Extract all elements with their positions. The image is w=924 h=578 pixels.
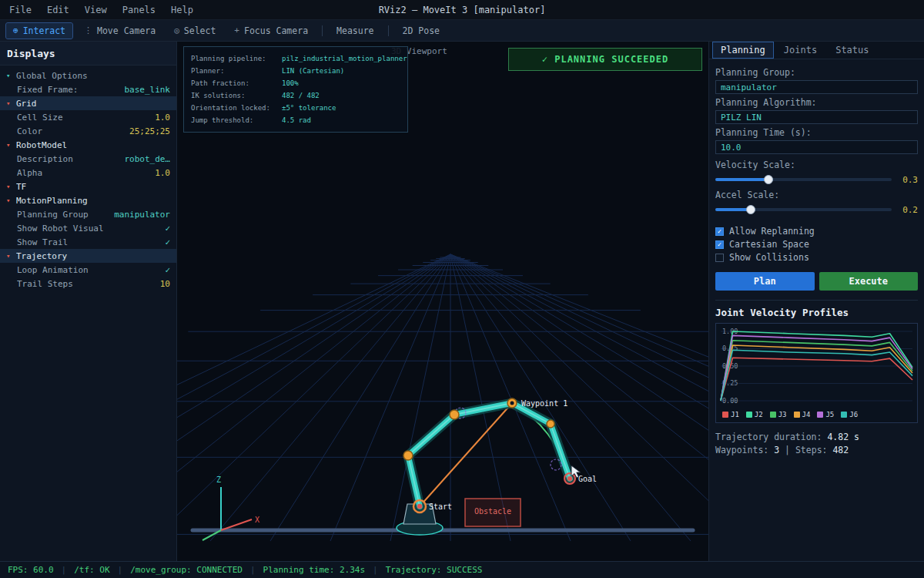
field-label: Planning Algorithm: <box>715 97 918 108</box>
display-row-alpha[interactable]: Alpha1.0 <box>0 166 176 180</box>
robot-arm[interactable] <box>408 403 570 506</box>
expand-arrow[interactable]: ▾ <box>6 197 16 204</box>
display-row-trajectory[interactable]: ▾Trajectory <box>0 249 176 263</box>
display-row-global-options[interactable]: ▾Global Options <box>0 69 176 82</box>
series-j1 <box>721 358 912 401</box>
display-row-trail-steps[interactable]: Trail Steps10 <box>0 277 176 291</box>
displays-panel-title: Displays <box>0 42 176 66</box>
slider-handle[interactable] <box>746 205 755 214</box>
slider-fill <box>715 178 768 181</box>
tool-select[interactable]: ◎Select <box>167 23 223 39</box>
toolbar-tools: ⊕Interact⋮Move Camera◎Select+Focus Camer… <box>6 23 447 39</box>
axis-z-label: Z <box>216 476 221 484</box>
execute-button[interactable]: Execute <box>819 272 919 291</box>
display-label: Color <box>17 126 125 136</box>
menu-help[interactable]: Help <box>171 5 193 15</box>
legend-label: J6 <box>849 411 858 418</box>
display-row-motionplanning[interactable]: ▾MotionPlanning <box>0 193 176 207</box>
checkbox-label: Cartesian Space <box>729 239 809 250</box>
checkbox-box[interactable]: ✓ <box>715 240 724 249</box>
display-row-cell-size[interactable]: Cell Size1.0 <box>0 110 176 124</box>
planning-time-s-input[interactable] <box>715 140 918 154</box>
checkbox-cartesian-space[interactable]: ✓Cartesian Space <box>715 238 918 250</box>
slider-track[interactable] <box>715 178 892 181</box>
viewport-3d[interactable]: Z X Obstacle <box>177 42 708 561</box>
plan-button[interactable]: Plan <box>715 272 815 291</box>
menu-edit[interactable]: Edit <box>47 5 69 15</box>
planning-panel: PlanningJointsStatus Planning Group:Plan… <box>708 42 924 561</box>
display-row-fixed-frame[interactable]: Fixed Frame:base_link <box>0 82 176 96</box>
legend-j1: J1 <box>722 411 739 418</box>
accel-scale-slider[interactable]: 0.2 <box>715 204 918 215</box>
info-label: Orientation locked: <box>191 102 282 114</box>
display-row-color[interactable]: Color25;25;25 <box>0 124 176 138</box>
field-label: Planning Group: <box>715 67 918 78</box>
tab-status[interactable]: Status <box>827 42 877 59</box>
display-label: RobotModel <box>16 140 170 150</box>
tool-focus-camera[interactable]: +Focus Camera <box>227 23 315 39</box>
legend-j4: J4 <box>794 411 811 418</box>
legend-label: J5 <box>825 411 834 418</box>
tab-planning[interactable]: Planning <box>712 42 774 59</box>
joint-2[interactable] <box>450 410 459 419</box>
display-label: Show Trail <box>17 237 160 247</box>
info-row: Orientation locked:±5° tolerance <box>191 102 400 114</box>
form-fields: Planning Group:Planning Algorithm:Planni… <box>715 64 918 156</box>
planning-algorithm-input[interactable] <box>715 110 918 124</box>
menu-view[interactable]: View <box>85 5 107 15</box>
display-value: base_link <box>119 85 170 95</box>
status-separator: | <box>373 565 378 575</box>
tool-interact[interactable]: ⊕Interact <box>6 23 72 39</box>
info-value: 482 / 482 <box>282 89 320 102</box>
display-row-description[interactable]: Descriptionrobot_de… <box>0 152 176 166</box>
display-row-grid[interactable]: ▾Grid <box>0 96 176 110</box>
expand-arrow[interactable]: ▾ <box>6 252 16 260</box>
display-row-tf[interactable]: ▾TF <box>0 180 176 193</box>
rviz-window: RViz2 — MoveIt 3 [manipulator] FileEditV… <box>0 0 924 578</box>
display-row-loop-animation[interactable]: Loop Animation✓ <box>0 263 176 277</box>
tool-label: Measure <box>336 25 373 36</box>
expand-arrow[interactable]: ▾ <box>6 72 16 79</box>
info-value: LIN (Cartesian) <box>282 65 344 77</box>
joint-1[interactable] <box>403 451 413 460</box>
axis-x-label: X <box>255 516 259 524</box>
info-value: 4.5 rad <box>282 114 311 126</box>
display-row-show-trail[interactable]: Show Trail✓ <box>0 235 176 249</box>
slider-handle[interactable] <box>764 175 773 184</box>
planning-group-input[interactable] <box>715 80 918 94</box>
velocity-scale-slider[interactable]: 0.3 <box>715 174 918 185</box>
checkbox-box[interactable]: ✓ <box>715 227 724 236</box>
velocity-chart: 1.000.750.500.250.00 J1J2J3J4J5J6 <box>715 323 918 423</box>
display-row-show-robot-visual[interactable]: Show Robot Visual✓ <box>0 221 176 235</box>
tool-measure[interactable]: Measure <box>330 23 380 39</box>
checkbox-box[interactable] <box>715 254 724 262</box>
status-item: Planning time: 2.34s <box>263 565 365 575</box>
waypoint-marker-core <box>511 402 514 405</box>
status-separator: | <box>62 565 67 575</box>
menu-panels[interactable]: Panels <box>122 5 156 15</box>
tab-joints[interactable]: Joints <box>775 42 825 59</box>
info-value: ±5° tolerance <box>282 102 336 114</box>
display-row-planning-group[interactable]: Planning Groupmanipulator <box>0 207 176 221</box>
status-item: FPS: 60.0 <box>8 565 54 575</box>
menu-file[interactable]: File <box>9 5 32 15</box>
checkbox-show-collisions[interactable]: Show Collisions <box>715 251 918 264</box>
tool-move-camera[interactable]: ⋮Move Camera <box>77 23 162 39</box>
checkbox-label: Allow Replanning <box>729 226 815 237</box>
joint-3[interactable] <box>547 420 554 428</box>
legend-j2: J2 <box>746 411 763 418</box>
expand-arrow[interactable]: ▾ <box>6 141 16 149</box>
display-label: TF <box>16 182 170 192</box>
tool-label: 2D Pose <box>403 25 440 36</box>
display-row-robotmodel[interactable]: ▾RobotModel <box>0 138 176 152</box>
checkbox-label: Show Collisions <box>729 252 809 263</box>
expand-arrow[interactable]: ▾ <box>6 183 16 190</box>
display-value: ✓ <box>160 223 170 234</box>
tool-2d-pose[interactable]: 2D Pose <box>396 23 447 39</box>
checkbox-allow-replanning[interactable]: ✓Allow Replanning <box>715 225 918 237</box>
toolbar: ⊕Interact⋮Move Camera◎Select+Focus Camer… <box>0 20 924 42</box>
expand-arrow[interactable]: ▾ <box>6 99 16 107</box>
planning-info-overlay: Planning pipeline:pilz_industrial_motion… <box>183 46 408 133</box>
legend-label: J3 <box>778 411 787 418</box>
slider-track[interactable] <box>715 208 892 211</box>
